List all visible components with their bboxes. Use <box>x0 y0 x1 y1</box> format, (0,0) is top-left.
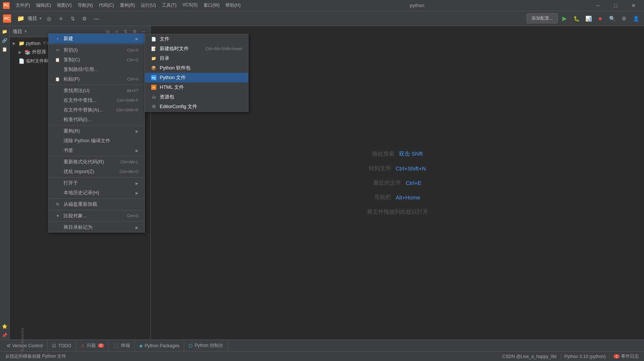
context-menu-find-in-files[interactable]: 在文件中查找... Ctrl+Shift+F <box>49 95 144 105</box>
context-menu-new[interactable]: + 新建 ▶ 📄 文件 📝 新建临时文件 Ctrl+Alt+Shift+Inse… <box>49 34 144 43</box>
submenu-html-file[interactable]: H HTML 文件 <box>145 82 248 92</box>
tab-version-control[interactable]: ⑆ Version Control <box>3 340 48 352</box>
inspect-label: 检查代码(I)... <box>64 116 139 123</box>
sidebar-icon-project[interactable]: 📁 <box>1 27 9 36</box>
menu-view[interactable]: 视图(V) <box>54 1 75 9</box>
add-config-button[interactable]: 添加配置... <box>527 13 558 23</box>
menu-help[interactable]: 帮助(H) <box>222 1 244 9</box>
inspect-icon <box>55 117 61 123</box>
run-icon[interactable]: ▶ <box>559 13 570 24</box>
context-menu-local-history[interactable]: 本地历史记录(H) ▶ <box>49 188 144 198</box>
expand-icon[interactable]: ⇅ <box>68 13 78 24</box>
menu-file[interactable]: 文件(F) <box>13 1 33 9</box>
file-icon: 📄 <box>151 36 157 42</box>
separator-5 <box>49 177 144 178</box>
context-menu-find-usages[interactable]: 查找用法(U) Alt+F7 <box>49 86 144 95</box>
context-menu-open-in[interactable]: 打开于 ▶ <box>49 178 144 188</box>
context-menu-copy-path[interactable]: 复制路径/引用... <box>49 65 144 74</box>
dropdown-arrow-icon: ▼ <box>39 16 42 20</box>
stop-icon[interactable]: ■ <box>595 13 605 24</box>
html-file-icon: H <box>151 84 157 90</box>
hint-drop: 将文件拖放到此处以打开 <box>367 208 428 215</box>
close-panel-icon[interactable]: — <box>91 13 102 24</box>
context-menu-reload[interactable]: ↻ 从磁盘重新加载 <box>49 199 144 209</box>
profile-icon[interactable]: 📊 <box>583 13 593 24</box>
clean-pyc-label: 清除 Python 编译文件 <box>64 137 139 144</box>
scratch-file-icon: 📝 <box>151 46 157 52</box>
tab-python-console[interactable]: ⬡ Python 控制台 <box>184 340 228 352</box>
tree-arrow-external: ▶ <box>19 50 23 54</box>
context-menu-cut[interactable]: ✂ 剪切(I) Ctrl+X <box>49 45 144 55</box>
sidebar-icon-5[interactable]: 📌 <box>1 331 9 339</box>
hint-navbar-key: Alt+Home <box>396 194 420 201</box>
user-icon[interactable]: 👤 <box>631 13 641 24</box>
debug-icon[interactable]: 🐛 <box>571 13 582 24</box>
maximize-button[interactable]: □ <box>608 0 623 11</box>
tab-terminal[interactable]: ⬛ 终端 <box>109 340 135 352</box>
context-menu-copy[interactable]: 📋 复制(C) Ctrl+C <box>49 55 144 65</box>
collapse-all-icon[interactable]: ≡ <box>56 13 66 24</box>
paste-icon: 📋 <box>55 76 61 82</box>
menu-vcs[interactable]: VCS(S) <box>179 1 201 9</box>
scratch-file-label: 新建临时文件 <box>160 45 202 52</box>
submenu-scratch-file[interactable]: 📝 新建临时文件 Ctrl+Alt+Shift+Insert <box>145 44 248 53</box>
context-menu-mark-dir[interactable]: 将目录标记为 ▶ <box>49 222 144 232</box>
menu-run[interactable]: 运行(U) <box>138 1 159 9</box>
context-menu-bookmarks[interactable]: 书签 ▶ <box>49 146 144 155</box>
python-version-status[interactable]: Python 3.10 (python) <box>562 352 608 361</box>
problems-label: 问题 <box>87 342 96 349</box>
search-icon[interactable]: 🔍 <box>607 13 617 24</box>
event-log-status[interactable]: 1 事件日志 <box>611 352 641 361</box>
sidebar-icon-2[interactable]: 🔗 <box>1 36 9 45</box>
python-packages-label: Python Packages <box>145 343 179 348</box>
submenu-file[interactable]: 📄 文件 <box>145 34 248 44</box>
submenu-directory[interactable]: 📁 目录 <box>145 53 248 63</box>
resource-bundle-icon: 🗂 <box>151 94 157 100</box>
context-menu-replace-in-files[interactable]: 在文件中替换(A)... Ctrl+Shift+R <box>49 105 144 115</box>
menu-tools[interactable]: 工具(T) <box>159 1 179 9</box>
status-csdn[interactable]: CSDN @Live_a_happy_life <box>500 352 559 361</box>
external-lib-icon: 📚 <box>25 49 30 55</box>
menu-navigate[interactable]: 导航(N) <box>75 1 96 9</box>
minimize-button[interactable]: ─ <box>591 0 605 11</box>
context-menu-compare[interactable]: ✦ 比较对象... Ctrl+D <box>49 211 144 221</box>
copy-path-icon <box>55 66 61 72</box>
context-menu-inspect-code[interactable]: 检查代码(I)... <box>49 115 144 124</box>
settings-main-icon[interactable]: ⚙ <box>619 13 629 24</box>
python-package-label: Python 软件包 <box>160 65 242 71</box>
submenu-resource-bundle[interactable]: 🗂 资源包 <box>145 92 248 102</box>
mark-dir-label: 将目录标记为 <box>64 224 133 231</box>
sidebar-icon-4[interactable]: ⭐ <box>1 322 9 331</box>
context-menu-optimize-imports[interactable]: 优化 import(Z) Ctrl+Alt+O <box>49 167 144 176</box>
open-in-icon <box>55 180 61 186</box>
settings-icon[interactable]: ⚙ <box>79 13 90 24</box>
refactor-icon <box>55 128 61 134</box>
submenu-editorconfig[interactable]: ⚙ EditorConfig 文件 <box>145 102 248 111</box>
menu-code[interactable]: 代码(C) <box>96 1 117 9</box>
context-menu-refactor[interactable]: 重构(R) ▶ <box>49 126 144 136</box>
project-dropdown[interactable]: 📁 <box>16 13 26 24</box>
menu-window[interactable]: 窗口(W) <box>201 1 222 9</box>
python-packages-icon: ◈ <box>139 343 143 348</box>
python-file-icon: Py <box>151 75 157 81</box>
locate-icon[interactable]: ◎ <box>44 13 54 24</box>
context-menu-clean-pyc[interactable]: 清除 Python 编译文件 <box>49 136 144 146</box>
menu-refactor[interactable]: 重构(R) <box>117 1 138 9</box>
submenu-python-package[interactable]: 📦 Python 软件包 <box>145 63 248 73</box>
context-menu: + 新建 ▶ 📄 文件 📝 新建临时文件 Ctrl+Alt+Shift+Inse… <box>48 33 145 232</box>
close-button[interactable]: ✕ <box>626 0 641 11</box>
context-menu-reformat[interactable]: 重新格式化代码(R) Ctrl+Alt+L <box>49 157 144 167</box>
toolbar-logo: PC <box>3 14 11 23</box>
tab-problems[interactable]: ⚠ 问题 0 <box>76 340 109 352</box>
todo-icon: ☑ <box>52 343 56 348</box>
tab-todo[interactable]: ☑ TODO <box>48 340 76 352</box>
tab-python-packages[interactable]: ◈ Python Packages <box>135 340 184 352</box>
find-usages-label: 查找用法(U) <box>64 87 124 94</box>
template-hint[interactable]: 从指定的模板创建 Python 文件 <box>3 352 68 361</box>
submenu-python-file[interactable]: Py Python 文件 <box>145 73 248 82</box>
menu-edit[interactable]: 编辑(E) <box>33 1 54 9</box>
bookmarks-arrow-icon: ▶ <box>136 149 139 153</box>
context-menu-paste[interactable]: 📋 粘贴(P) Ctrl+V <box>49 74 144 84</box>
bookmarks-label: 书签 <box>64 147 133 154</box>
sidebar-icon-3[interactable]: 📋 <box>1 45 9 53</box>
